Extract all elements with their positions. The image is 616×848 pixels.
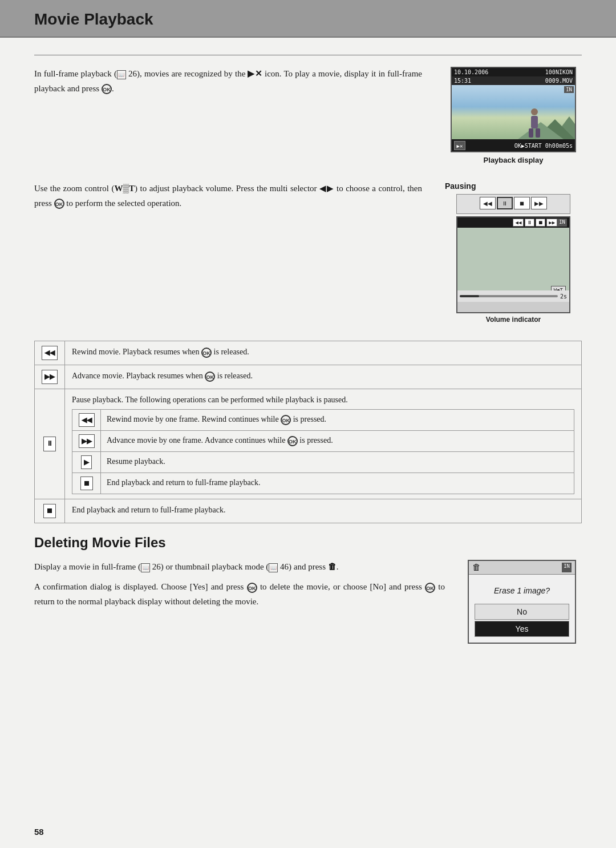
stop-icon: ⏹ [43, 504, 56, 518]
stop-text-cell: End playback and return to full-frame pl… [65, 499, 582, 523]
sub-ff-text: Advance movie by one frame. Advance cont… [101, 430, 574, 451]
ok-ref-ff2: OK [287, 436, 298, 446]
table-row-stop: ⏹ End playback and return to full-frame … [35, 499, 582, 523]
ps-topbar: ◀◀ ⏸ ⏹ ▶▶ IN [457, 217, 569, 228]
camera-scene: IN [452, 85, 575, 139]
volume-indicator-label: Volume indicator [486, 316, 541, 324]
sub-rw-icon: ◀◀ [79, 413, 95, 427]
pause-text-cell: Pause playback. The following operations… [65, 389, 582, 499]
person-svg [525, 108, 544, 139]
ok-button-ref1: OK [102, 84, 112, 94]
stop-icon-cell: ⏹ [35, 499, 65, 523]
sub-table: ◀◀ Rewind movie by one frame. Rewind con… [72, 409, 574, 494]
deleting-content: Display a movie in full-frame (📖 26) or … [34, 560, 582, 644]
ok-ref-rw2: OK [281, 415, 291, 425]
top-divider [34, 55, 582, 55]
erase-options: No Yes [475, 604, 569, 637]
ps-progress-bar: 2s [457, 290, 569, 302]
page-wrapper: Movie Playback Movies In full-frame play… [0, 0, 616, 848]
advance-text-cell: Advance movie. Playback resumes when OK … [65, 365, 582, 389]
svg-point-3 [531, 108, 538, 115]
controls-table: ◀◀ Rewind movie. Playback resumes when O… [34, 341, 582, 523]
table-row-rewind: ◀◀ Rewind movie. Playback resumes when O… [35, 341, 582, 365]
ok-ref-del2: OK [425, 583, 435, 593]
section-deleting: Deleting Movie Files Display a movie in … [34, 535, 582, 644]
sub-row-ff-frame: ▶▶ Advance movie by one frame. Advance c… [72, 430, 574, 451]
ok-button-ref2: OK [54, 199, 64, 209]
deleting-para2: A confirmation dialog is displayed. Choo… [34, 580, 445, 609]
content-area: Movies In full-frame playback (📖 26), mo… [0, 38, 616, 848]
camera-folder: 100NIKON [545, 69, 573, 75]
svg-rect-5 [529, 128, 533, 138]
sub-resume-text: Resume playback. [101, 451, 574, 473]
sub-stop-text: End playback and return to full-frame pl… [101, 473, 574, 494]
rewind-text-cell: Rewind movie. Playback resumes when OK i… [65, 341, 582, 365]
playback-display-label: Playback display [484, 156, 544, 164]
pause-icon: ⏸ [43, 437, 56, 451]
ok-ref-rw: OK [201, 348, 212, 358]
camera-time: 15:31 [454, 78, 471, 84]
sub-rw-icon-cell: ◀◀ [72, 409, 101, 430]
ctrl-btn-ff: ▶▶ [531, 197, 547, 209]
ps-body: W●T 2s [457, 228, 569, 302]
deleting-image: 🗑 IN Erase 1 image? No Yes [468, 560, 582, 644]
ps-rw-btn: ◀◀ [513, 219, 524, 227]
camera-top-bar: 10.10.2006 100NIKON [452, 68, 575, 76]
advance-icon-cell: ▶▶ [35, 365, 65, 389]
ok-ref-del1: OK [247, 583, 257, 593]
ctrl-btn-rw: ◀◀ [480, 197, 496, 209]
sub-row-stop: ⏹ End playback and return to full-frame … [72, 473, 574, 494]
advance-icon: ▶▶ [42, 370, 58, 384]
page-header: Movie Playback [0, 0, 616, 38]
ref-icon-1: 📖 [117, 70, 126, 79]
ps-ff-btn: ▶▶ [546, 219, 557, 227]
sub-resume-icon: ▶ [81, 455, 92, 469]
rewind-icon-cell: ◀◀ [35, 341, 65, 365]
ps-time: 2s [560, 293, 567, 300]
sub-stop-icon: ⏹ [80, 477, 93, 490]
rewind-icon: ◀◀ [42, 346, 58, 360]
ps-control-row: ◀◀ ⏸ ⏹ ▶▶ [513, 219, 557, 227]
ps-bar [460, 295, 558, 297]
deleting-para1: Display a movie in full-frame (📖 26) or … [34, 560, 445, 575]
camera-date: 10.10.2006 [454, 69, 488, 75]
erase-dialog: 🗑 IN Erase 1 image? No Yes [468, 560, 576, 644]
section1-text: In full-frame playback (📖 26), movies ar… [34, 67, 422, 164]
deleting-text: Display a movie in full-frame (📖 26) or … [34, 560, 445, 644]
ctrl-btn-stop: ⏹ [514, 197, 530, 209]
erase-btn-yes[interactable]: Yes [475, 621, 569, 637]
erase-btn-no[interactable]: No [475, 604, 569, 620]
ps-bar-fill [460, 295, 479, 297]
camera-bottom-bar: ▶✕ OK▶START 0h00m05s [452, 139, 575, 152]
section2-image: Pausing ◀◀ ⏸ ⏹ ▶▶ ◀◀ [445, 181, 582, 324]
camera-file: 0009.MOV [545, 78, 573, 84]
section2-text: Use the zoom control (W▒T) to adjust pla… [34, 181, 422, 324]
table-row-advance: ▶▶ Advance movie. Playback resumes when … [35, 365, 582, 389]
erase-topbar: 🗑 IN [469, 561, 575, 575]
section2-paragraph: Use the zoom control (W▒T) to adjust pla… [34, 181, 422, 211]
ref-icon-2: 📖 [141, 563, 150, 572]
camera-second-bar: 15:31 0009.MOV [452, 76, 575, 85]
ps-stop-btn: ⏹ [536, 219, 545, 227]
section-deleting-title: Deleting Movie Files [34, 535, 582, 551]
pausing-controls-top: ◀◀ ⏸ ⏹ ▶▶ [456, 194, 570, 214]
page-number: 58 [34, 827, 44, 837]
sub-row-resume: ▶ Resume playback. [72, 451, 574, 473]
pausing-screen: ◀◀ ⏸ ⏹ ▶▶ IN W●T [456, 216, 570, 313]
svg-rect-4 [531, 116, 538, 128]
sub-row-rw-frame: ◀◀ Rewind movie by one frame. Rewind con… [72, 409, 574, 430]
movie-icon: ▶✕ [454, 141, 465, 150]
ps-pause-btn: ⏸ [525, 219, 534, 227]
pause-icon-cell: ⏸ [35, 389, 65, 499]
erase-in-badge: IN [562, 563, 572, 572]
ctrl-btn-pause: ⏸ [497, 197, 513, 209]
page-title: Movie Playback [34, 10, 582, 29]
sub-resume-icon-cell: ▶ [72, 451, 101, 473]
control-row-top: ◀◀ ⏸ ⏹ ▶▶ [459, 197, 568, 209]
erase-body: Erase 1 image? No Yes [469, 575, 575, 643]
section1-paragraph: In full-frame playback (📖 26), movies ar… [34, 67, 422, 96]
sub-ff-icon-cell: ▶▶ [72, 430, 101, 451]
trash-icon: 🗑 [472, 563, 481, 572]
section-mid: Use the zoom control (W▒T) to adjust pla… [34, 181, 582, 324]
sub-stop-icon-cell: ⏹ [72, 473, 101, 494]
